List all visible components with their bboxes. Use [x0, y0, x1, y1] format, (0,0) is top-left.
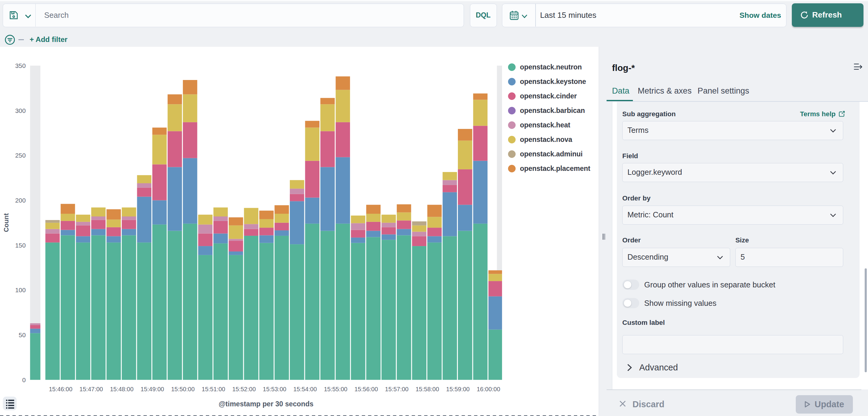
svg-text:15:58:00: 15:58:00 — [415, 386, 439, 392]
svg-text:16:00:00: 16:00:00 — [476, 386, 500, 392]
svg-text:15:56:00: 15:56:00 — [354, 386, 378, 392]
svg-text:15:48:00: 15:48:00 — [110, 386, 133, 392]
svg-text:15:55:00: 15:55:00 — [324, 386, 347, 392]
svg-text:Count: Count — [2, 213, 10, 232]
svg-text:100: 100 — [15, 286, 26, 293]
svg-text:15:52:00: 15:52:00 — [232, 386, 256, 392]
svg-text:150: 150 — [15, 242, 26, 249]
svg-text:15:46:00: 15:46:00 — [49, 386, 72, 392]
svg-text:15:57:00: 15:57:00 — [385, 386, 409, 392]
svg-text:15:53:00: 15:53:00 — [263, 386, 286, 392]
svg-text:15:49:00: 15:49:00 — [141, 386, 164, 392]
svg-text:350: 350 — [15, 62, 26, 69]
svg-text:15:47:00: 15:47:00 — [80, 386, 103, 392]
svg-text:50: 50 — [19, 332, 26, 338]
svg-text:0: 0 — [22, 376, 26, 383]
svg-text:200: 200 — [15, 197, 26, 204]
svg-text:15:50:00: 15:50:00 — [171, 386, 195, 392]
svg-text:15:59:00: 15:59:00 — [446, 386, 470, 392]
svg-text:15:51:00: 15:51:00 — [202, 386, 225, 392]
svg-text:15:54:00: 15:54:00 — [293, 386, 317, 392]
svg-text:250: 250 — [15, 152, 26, 159]
svg-text:@timestamp per 30 seconds: @timestamp per 30 seconds — [218, 400, 313, 408]
svg-text:300: 300 — [15, 107, 26, 114]
